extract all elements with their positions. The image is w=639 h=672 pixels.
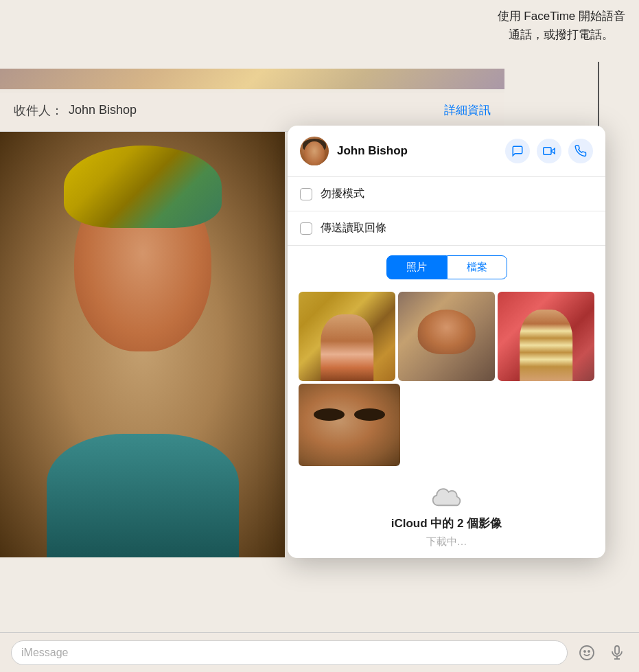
action-buttons bbox=[505, 139, 593, 163]
photo-thumb-4[interactable] bbox=[299, 384, 400, 466]
message-action-button[interactable] bbox=[505, 139, 530, 163]
icloud-title: iCloud 中的 2 個影像 bbox=[391, 515, 502, 531]
files-tab[interactable]: 檔案 bbox=[447, 255, 507, 279]
emoji-button[interactable] bbox=[576, 642, 598, 664]
panel-header: John Bishop bbox=[288, 126, 605, 177]
message-input[interactable]: iMessage bbox=[11, 640, 568, 665]
photo-thumb-3[interactable] bbox=[498, 292, 594, 381]
photo-row-1 bbox=[299, 292, 594, 381]
portrait-photo bbox=[0, 132, 285, 557]
svg-rect-7 bbox=[544, 148, 551, 155]
video-call-button[interactable] bbox=[537, 139, 561, 163]
recipient-name: John Bishop bbox=[69, 103, 137, 117]
phone-call-button[interactable] bbox=[568, 139, 593, 163]
icloud-download[interactable]: 下載中… bbox=[426, 535, 467, 548]
annotation-tooltip: 使用 FaceTime 開始語音 通話，或撥打電話。 bbox=[498, 7, 625, 44]
svg-rect-3 bbox=[615, 646, 619, 654]
shirt bbox=[47, 434, 239, 557]
contact-avatar bbox=[300, 137, 329, 165]
svg-marker-6 bbox=[551, 148, 555, 154]
details-link[interactable]: 詳細資訊 bbox=[444, 102, 491, 118]
photo-thumb-2[interactable] bbox=[398, 292, 495, 381]
photo-row-2 bbox=[299, 384, 594, 466]
icloud-icon bbox=[430, 487, 463, 511]
contact-name: John Bishop bbox=[337, 144, 497, 158]
avatar-face bbox=[304, 141, 325, 165]
contact-details-popup: John Bishop bbox=[288, 126, 605, 558]
do-not-disturb-label: 勿擾模式 bbox=[321, 187, 364, 201]
send-read-receipt-label: 傳送讀取回條 bbox=[321, 221, 386, 235]
photos-tab[interactable]: 照片 bbox=[386, 255, 447, 279]
input-bar: iMessage bbox=[0, 632, 639, 672]
recipient-label: 收件人： bbox=[14, 102, 63, 119]
svg-point-1 bbox=[584, 651, 585, 652]
icloud-section: iCloud 中的 2 個影像 下載中… bbox=[288, 480, 605, 558]
annotation-line1: 使用 FaceTime 開始語音 bbox=[498, 10, 625, 23]
do-not-disturb-checkbox[interactable] bbox=[300, 188, 312, 200]
photo-thumb-1[interactable] bbox=[299, 292, 395, 381]
do-not-disturb-option[interactable]: 勿擾模式 bbox=[288, 177, 605, 211]
svg-point-2 bbox=[588, 651, 590, 652]
photo-grid bbox=[288, 286, 605, 480]
head-wrap bbox=[64, 146, 222, 228]
annotation-line2: 通話，或撥打電話。 bbox=[509, 28, 614, 41]
tab-switcher: 照片 檔案 bbox=[288, 246, 605, 286]
send-read-receipt-checkbox[interactable] bbox=[300, 222, 312, 235]
chat-photo-area bbox=[0, 132, 285, 557]
send-read-receipt-option[interactable]: 傳送讀取回條 bbox=[288, 211, 605, 246]
svg-point-0 bbox=[580, 646, 594, 660]
message-placeholder: iMessage bbox=[21, 647, 68, 659]
audio-button[interactable] bbox=[606, 642, 628, 664]
